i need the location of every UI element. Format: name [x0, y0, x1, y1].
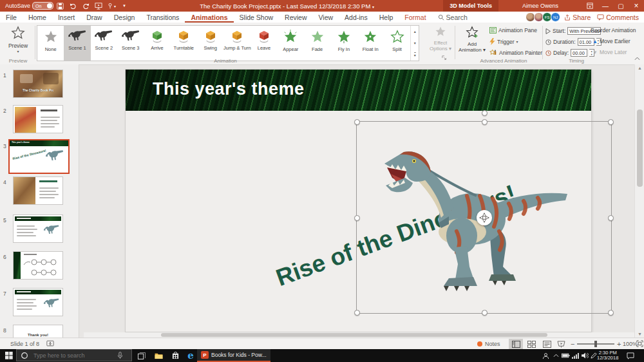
resize-handle[interactable] — [354, 310, 360, 316]
slide-title-text[interactable]: This year's theme — [153, 79, 305, 99]
zoom-in-button[interactable]: + — [617, 340, 621, 348]
slide-thumbnail-5[interactable] — [13, 214, 63, 243]
taskbar-clock[interactable]: 2:30 PM 12/3/2018 — [597, 350, 618, 361]
comments-button[interactable]: Comments — [597, 14, 639, 21]
slide-thumbnail-1[interactable]: The Charity Book Project — [13, 70, 63, 98]
animation-effect-scene-3[interactable]: Scene 3 — [117, 26, 144, 61]
tab-slide-show[interactable]: Slide Show — [234, 12, 279, 23]
tab-design[interactable]: Design — [108, 12, 141, 23]
tab-view[interactable]: View — [313, 12, 339, 23]
slide-show-view-button[interactable] — [554, 339, 568, 349]
gallery-scroll-up-icon[interactable]: ▴ — [414, 29, 416, 33]
search-box[interactable]: Search — [432, 12, 473, 23]
close-button[interactable]: × — [629, 0, 644, 12]
resize-handle[interactable] — [482, 119, 488, 125]
gallery-expand-icon[interactable]: ▾ — [414, 52, 416, 57]
slide-title-banner[interactable]: This year's theme — [126, 70, 591, 111]
scroll-up-icon[interactable]: ▲ — [635, 66, 644, 70]
gallery-scroll-down-icon[interactable]: ▾ — [414, 41, 416, 45]
slide-thumbnail-4[interactable] — [13, 176, 63, 205]
animation-effect-swing[interactable]: Swing — [197, 26, 223, 61]
animation-effect-jump-turn[interactable]: Jump & Turn — [223, 26, 251, 61]
reading-view-button[interactable] — [540, 339, 554, 349]
autosave-toggle[interactable]: AutoSave On — [5, 2, 53, 10]
animation-effect-appear[interactable]: Appear — [278, 26, 304, 61]
taskbar-search[interactable] — [16, 349, 132, 361]
fit-slide-to-window-icon[interactable] — [636, 340, 643, 348]
show-hidden-icons-chevron[interactable] — [551, 349, 560, 362]
volume-icon[interactable] — [580, 349, 589, 362]
tab-draw[interactable]: Draw — [80, 12, 108, 23]
resize-handle[interactable] — [608, 119, 614, 125]
animation-effect-scene-1[interactable]: Scene 1 — [64, 26, 90, 61]
delay-input[interactable]: 00.00 — [571, 49, 587, 57]
battery-icon[interactable] — [561, 349, 570, 362]
file-explorer-icon[interactable] — [151, 349, 166, 362]
tab-transitions[interactable]: Transitions — [140, 12, 185, 23]
add-animation-button[interactable]: AddAnimation ▾ — [457, 26, 487, 53]
slide-sorter-view-button[interactable] — [524, 339, 538, 349]
zoom-slider-knob[interactable] — [594, 341, 597, 347]
slide-thumbnail-8[interactable]: Thank you! — [13, 325, 63, 338]
tab-add-ins[interactable]: Add-ins — [339, 12, 374, 23]
restore-button[interactable]: ▢ — [613, 0, 629, 12]
slide-thumbnail-2[interactable] — [13, 105, 63, 133]
slide-thumbnail-6[interactable] — [13, 251, 63, 280]
accessibility-checker-icon[interactable] — [46, 340, 54, 348]
animation-effect-none[interactable]: None — [37, 26, 64, 61]
ribbon-display-options-icon[interactable] — [582, 0, 598, 12]
animation-effect-arrive[interactable]: Arrive — [144, 26, 170, 61]
microsoft-store-icon[interactable] — [167, 349, 183, 362]
animation-painter-button[interactable]: Animation Painter — [489, 49, 542, 56]
animation-effect-split[interactable]: Split — [384, 26, 410, 61]
tab-format[interactable]: Format — [399, 12, 431, 23]
resize-handle[interactable] — [608, 310, 614, 316]
tab-home[interactable]: Home — [23, 12, 52, 23]
resize-handle[interactable] — [354, 119, 360, 125]
animation-pane-button[interactable]: Animation Pane — [489, 27, 537, 33]
scroll-down-icon[interactable]: ▼ — [635, 332, 644, 336]
document-title[interactable]: The Charity Book Project.pptx - Last Sav… — [131, 3, 443, 10]
search-input[interactable] — [32, 352, 117, 359]
action-center-icon[interactable] — [626, 349, 635, 362]
zoom-level[interactable]: 100% — [623, 341, 638, 347]
animation-effect-leave[interactable]: Leave — [251, 26, 277, 61]
horizontal-scrollbar[interactable] — [84, 332, 634, 338]
zoom-out-button[interactable]: − — [571, 340, 574, 348]
contextual-tab-group-3d-model-tools[interactable]: 3D Model Tools — [443, 0, 498, 12]
network-icon[interactable] — [571, 349, 580, 362]
touch-mouse-mode-icon[interactable]: ▾ — [106, 1, 117, 11]
start-presentation-icon[interactable] — [93, 1, 104, 11]
resize-handle[interactable] — [482, 310, 488, 316]
collapse-ribbon-icon[interactable] — [634, 52, 640, 63]
move-earlier-button[interactable]: ▲ Move Earlier — [592, 38, 630, 44]
undo-icon[interactable] — [68, 1, 78, 11]
tab-file[interactable]: File — [0, 12, 23, 23]
start-button[interactable] — [1, 349, 17, 362]
customize-quick-access-icon[interactable]: ▾ — [119, 1, 129, 11]
rotate-3d-control[interactable] — [477, 210, 492, 225]
save-icon[interactable] — [55, 1, 65, 11]
animation-effect-turntable[interactable]: Turntable — [171, 26, 197, 61]
tab-help[interactable]: Help — [374, 12, 399, 23]
preview-button[interactable]: Preview ▾ — [4, 26, 32, 53]
trigger-button[interactable]: Trigger ▾ — [489, 38, 518, 45]
animation-effect-scene-2[interactable]: Scene 2 — [91, 26, 117, 61]
microphone-icon[interactable] — [117, 352, 123, 359]
notes-button[interactable]: Notes — [485, 341, 500, 347]
tab-animations[interactable]: Animations — [185, 12, 233, 23]
animation-effect-fly-in[interactable]: Fly In — [330, 26, 357, 61]
avatar[interactable]: NJ — [551, 12, 560, 22]
edge-browser-icon[interactable]: e — [183, 349, 198, 362]
animation-effect-float-in[interactable]: Float In — [357, 26, 384, 61]
animation-dialog-launcher-icon[interactable] — [442, 52, 447, 63]
minimize-button[interactable]: — — [598, 0, 613, 12]
slide-thumbnail-7[interactable] — [13, 288, 63, 316]
zoom-slider[interactable] — [577, 343, 614, 345]
slide-thumbnail-3-selected[interactable]: This year's theme Rise of the Dinosaurs! — [8, 139, 70, 174]
rotate-handle[interactable] — [482, 110, 488, 116]
share-button[interactable]: Share — [564, 14, 591, 21]
effect-options-button[interactable]: EffectOptions ▾ — [428, 26, 453, 52]
animation-effect-fade[interactable]: Fade — [304, 26, 330, 61]
resize-handle[interactable] — [608, 215, 614, 221]
